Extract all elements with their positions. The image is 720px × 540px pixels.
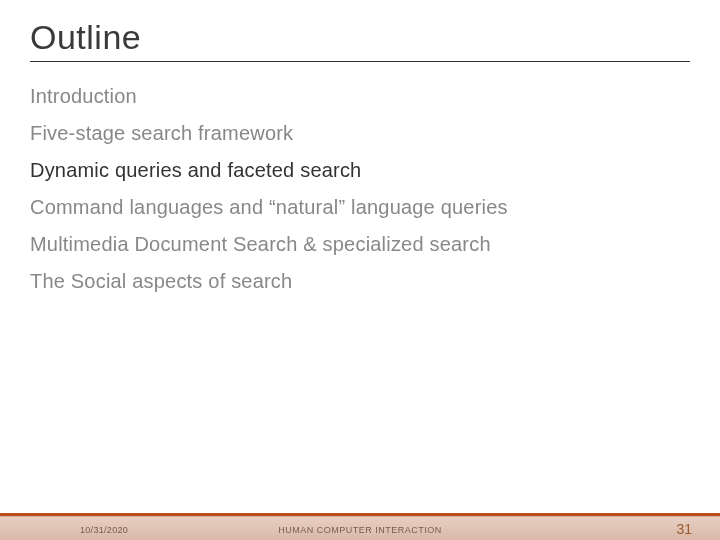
slide: Outline Introduction Five-stage search f… [0,0,720,540]
outline-item-command-languages: Command languages and “natural” language… [30,189,690,226]
footer-date: 10/31/2020 [80,525,128,535]
outline-item-five-stage: Five-stage search framework [30,115,690,152]
outline-item-dynamic-queries: Dynamic queries and faceted search [30,152,690,189]
outline-item-social-aspects: The Social aspects of search [30,263,690,300]
outline-item-introduction: Introduction [30,78,690,115]
outline-item-multimedia: Multimedia Document Search & specialized… [30,226,690,263]
footer-bar: 10/31/2020 HUMAN COMPUTER INTERACTION 31 [0,516,720,540]
footer-page-number: 31 [676,521,692,537]
outline-list: Introduction Five-stage search framework… [30,78,690,300]
slide-title: Outline [30,18,690,62]
footer-center-text: HUMAN COMPUTER INTERACTION [278,525,442,535]
